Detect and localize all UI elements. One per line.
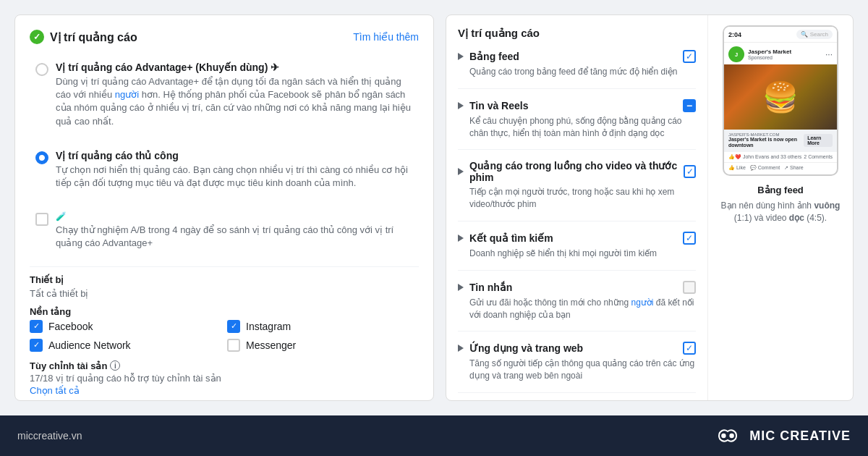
preview-tip-bold2: dọc [789, 213, 804, 223]
play-icon-3 [458, 168, 464, 175]
placement-message-header: Tin nhắn [458, 281, 696, 294]
phone-time: 2:04 [728, 31, 741, 38]
facebook-checkbox[interactable]: ✓ [30, 320, 43, 333]
tin-reels-checkbox[interactable]: − [683, 99, 696, 112]
panel-title-text: Vị trí quảng cáo [50, 30, 137, 44]
preview-placement-name: Bảng feed [757, 185, 804, 195]
messenger-checkbox[interactable] [227, 339, 240, 352]
tin-reels-desc: Kể câu chuyện phong phú, sống động bằng … [458, 115, 696, 140]
post-more-icon: ··· [825, 49, 833, 59]
advantage-plus-option[interactable]: Vị trí quảng cáo Advantage+ (Khuyến dùng… [30, 56, 419, 134]
placement-bang-feed-name: Bảng feed [469, 51, 519, 62]
placement-message-name: Tin nhắn [469, 282, 512, 293]
device-value: Tất cả thiết bị [30, 288, 419, 299]
svg-point-0 [722, 434, 726, 438]
ab-test-label: Chạy thử nghiệm A/B trong 4 ngày để so s… [56, 224, 413, 250]
search-desc: Doanh nghiệp sẽ hiển thị khi mọi người t… [458, 248, 696, 260]
play-icon-5 [458, 284, 464, 291]
play-icon-2 [458, 102, 464, 109]
bang-feed-desc: Quảng cáo trong bảng feed để tăng mức độ… [458, 66, 696, 78]
advantage-plus-radio[interactable] [35, 63, 48, 76]
ab-test-checkbox[interactable] [35, 213, 48, 226]
placement-video-left: Quảng cáo trong luồng cho video và thước… [458, 160, 684, 183]
platform-instagram[interactable]: ✓ Instagram [227, 320, 419, 333]
preview-tip-1: Bạn nên dùng hình ảnh [721, 200, 814, 211]
placement-apps-left: Ứng dụng và trang web [458, 342, 583, 354]
footer-brand: MIC CREATIVE [713, 426, 851, 446]
search-checkbox[interactable]: ✓ [683, 232, 696, 245]
message-link: người [631, 297, 653, 308]
right-panel: Vị trí quảng cáo Bảng feed ✓ Quảng cáo t… [446, 14, 854, 401]
post-sponsored: Sponsored [748, 55, 822, 60]
placement-search-left: Kết quả tìm kiếm [458, 232, 553, 244]
platform-messenger[interactable]: Messenger [227, 339, 419, 352]
platform-facebook[interactable]: ✓ Facebook [30, 320, 221, 333]
customize-label: Tùy chỉnh tài sản i [30, 360, 419, 371]
apps-checkbox[interactable]: ✓ [683, 342, 696, 355]
placement-tin-reels-name: Tin và Reels [469, 100, 528, 111]
video-desc: Tiếp cận mọi người trước, trong hoặc sau… [458, 186, 696, 211]
play-icon-4 [458, 235, 464, 242]
comments-count: 2 Comments [804, 154, 833, 159]
bang-feed-checkbox[interactable]: ✓ [683, 50, 696, 63]
learn-more-link[interactable]: Tìm hiểu thêm [353, 31, 419, 43]
search-placeholder: Search [810, 31, 828, 38]
manual-radio[interactable] [35, 151, 48, 164]
advantage-plus-content: Vị trí quảng cáo Advantage+ (Khuyến dùng… [56, 62, 413, 128]
instagram-checkbox[interactable]: ✓ [227, 320, 240, 333]
preview-tip-3: (4:5). [804, 213, 827, 223]
ab-test-content: 🧪 Chạy thử nghiệm A/B trong 4 ngày để so… [56, 211, 413, 250]
fb-post-header: J Jasper's Market Sponsored ··· [724, 43, 837, 64]
panel-title: ✓ Vị trí quảng cáo [30, 30, 137, 44]
messenger-label: Messenger [246, 339, 296, 351]
play-icon-6 [458, 345, 464, 352]
preview-tip-2: (1:1) và video [734, 213, 789, 223]
manual-desc: Tự chọn nơi hiển thị quảng cáo. Bạn càng… [56, 164, 413, 190]
placement-tin-reels-header: Tin và Reels − [458, 99, 696, 112]
message-checkbox[interactable] [683, 281, 696, 294]
mic-logo-icon [713, 426, 742, 446]
share-action[interactable]: ↗ Share [784, 165, 804, 171]
like-action[interactable]: 👍 Like [728, 165, 746, 171]
platform-audience-network[interactable]: ✓ Audience Network [30, 339, 221, 352]
footer-domain: miccreative.vn [17, 430, 82, 442]
platform-label: Nền tảng [30, 306, 419, 317]
divider1 [30, 266, 419, 267]
left-panel: ✓ Vị trí quảng cáo Tìm hiểu thêm Vị trí … [14, 14, 434, 401]
comment-action[interactable]: 💬 Comment [750, 165, 780, 171]
placements-list: Vị trí quảng cáo Bảng feed ✓ Quảng cáo t… [446, 15, 708, 400]
customize-section: Tùy chỉnh tài sản i 17/18 vị trí quảng c… [30, 360, 419, 397]
placement-video-header: Quảng cáo trong luồng cho video và thước… [458, 160, 696, 183]
brand-name: MIC CREATIVE [749, 428, 851, 444]
audience-network-label: Audience Network [48, 339, 131, 351]
customize-count: 17/18 vị trí quảng cáo hỗ trợ tùy chỉnh … [30, 373, 419, 384]
advantage-desc-link: người [115, 89, 139, 100]
placement-video-name: Quảng cáo trong luồng cho video và thước… [469, 160, 684, 183]
device-label: Thiết bị [30, 274, 419, 285]
post-page-name: Jasper's Market [748, 48, 822, 55]
search-icon-small: 🔍 [801, 31, 808, 38]
svg-point-1 [730, 434, 734, 438]
post-cta-text: Jasper's Market is now open downtown [728, 137, 804, 149]
footer: miccreative.vn MIC CREATIVE [0, 415, 868, 456]
phone-top-bar: 2:04 🔍 Search [724, 27, 837, 43]
reactions-text: 👍❤️ John Evans and 33 others [728, 154, 801, 160]
play-icon [458, 53, 464, 60]
placement-tin-reels: Tin và Reels − Kể câu chuyện phong phú, … [458, 99, 696, 151]
post-learn-more-btn[interactable]: Learn More [804, 134, 833, 147]
placement-apps-header: Ứng dụng và trang web ✓ [458, 342, 696, 355]
select-all-link[interactable]: Chọn tất cả [30, 385, 80, 396]
video-checkbox[interactable]: ✓ [684, 165, 696, 178]
manual-option[interactable]: Vị trí quảng cáo thủ công Tự chọn nơi hi… [30, 144, 419, 195]
placement-apps: Ứng dụng và trang web ✓ Tăng số người ti… [458, 342, 696, 393]
facebook-label: Facebook [48, 321, 93, 332]
burger-image: 🍔 [762, 80, 799, 114]
check-icon: ✓ [30, 30, 44, 44]
preview-phone: 2:04 🔍 Search J Jasper's Market Sponsore… [723, 25, 838, 176]
audience-network-checkbox[interactable]: ✓ [30, 339, 43, 352]
placement-search-name: Kết quả tìm kiếm [469, 232, 553, 244]
preview-tip: Bạn nên dùng hình ảnh vuông (1:1) và vid… [718, 200, 843, 224]
placement-apps-name: Ứng dụng và trang web [469, 342, 583, 354]
post-cta-info: JASPER'S-MARKET.COM Jasper's Market is n… [728, 132, 804, 149]
ab-test-option[interactable]: 🧪 Chạy thử nghiệm A/B trong 4 ngày để so… [30, 206, 419, 256]
